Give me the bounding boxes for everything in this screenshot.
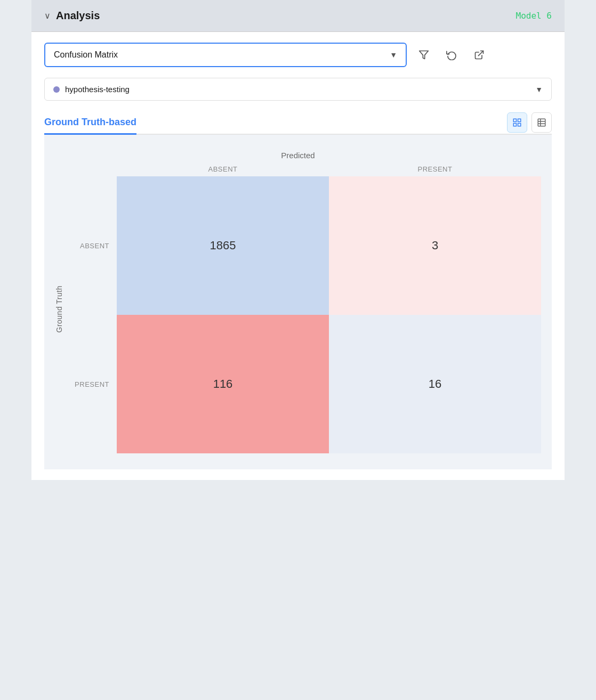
matrix-body: Ground Truth ABSENT PRESENT ABSENT 1865 … <box>55 165 541 453</box>
cell-true-positive: 16 <box>329 315 541 453</box>
cell-false-positive: 3 <box>329 176 541 315</box>
svg-rect-5 <box>518 124 521 126</box>
svg-rect-2 <box>513 119 516 121</box>
dataset-dropdown[interactable]: hypothesis-testing ▼ <box>44 78 552 101</box>
tab-ground-truth[interactable]: Ground Truth-based <box>44 111 136 135</box>
svg-marker-0 <box>420 51 429 59</box>
matrix-container: Predicted Ground Truth ABSENT PRESENT AB… <box>44 135 552 469</box>
dataset-name: hypothesis-testing <box>65 85 130 94</box>
table-icon <box>537 118 546 127</box>
model-label: Model 6 <box>516 11 552 21</box>
grid-icon <box>512 118 522 127</box>
table-view-button[interactable] <box>531 112 552 133</box>
reset-button[interactable] <box>441 44 462 66</box>
matrix-inner: ABSENT PRESENT ABSENT 1865 3 PRESENT <box>69 165 541 453</box>
export-button[interactable] <box>469 44 490 66</box>
header: ∨ Analysis Model 6 <box>31 0 565 32</box>
chart-type-label: Confusion Matrix <box>54 50 118 60</box>
dropdown-row: Confusion Matrix ▼ <box>44 43 552 67</box>
row-label-present: PRESENT <box>69 315 117 453</box>
collapse-icon[interactable]: ∨ <box>44 11 51 21</box>
main-content: Confusion Matrix ▼ <box>31 32 565 480</box>
filter-icon <box>418 50 429 60</box>
matrix-cells-absent: 1865 3 <box>117 176 541 315</box>
dataset-dot <box>53 86 60 93</box>
tab-icons <box>507 112 552 133</box>
cell-true-negative: 1865 <box>117 176 329 315</box>
grid-view-button[interactable] <box>507 112 527 133</box>
svg-rect-4 <box>513 124 516 126</box>
col-header-present: PRESENT <box>329 165 541 176</box>
matrix-row-absent: ABSENT 1865 3 <box>69 176 541 315</box>
svg-line-1 <box>478 51 483 56</box>
ground-truth-label: Ground Truth <box>55 286 63 333</box>
dropdown-arrow-icon: ▼ <box>390 51 397 59</box>
matrix-row-present: PRESENT 116 16 <box>69 315 541 453</box>
predicted-label: Predicted <box>55 151 541 160</box>
page-title: Analysis <box>56 10 100 22</box>
export-icon <box>474 50 485 60</box>
dataset-arrow-icon: ▼ <box>535 85 543 94</box>
cell-false-negative: 116 <box>117 315 329 453</box>
svg-rect-6 <box>538 119 545 126</box>
col-header-absent: ABSENT <box>117 165 329 176</box>
matrix-cells-present: 116 16 <box>117 315 541 453</box>
header-left: ∨ Analysis <box>44 10 100 22</box>
page-container: ∨ Analysis Model 6 Confusion Matrix ▼ <box>31 0 565 700</box>
dataset-row: hypothesis-testing ▼ <box>44 78 552 101</box>
reset-icon <box>446 50 457 60</box>
row-label-absent: ABSENT <box>69 176 117 315</box>
svg-rect-3 <box>518 119 521 121</box>
tabs-row: Ground Truth-based <box>44 111 552 135</box>
chart-type-dropdown[interactable]: Confusion Matrix ▼ <box>44 43 407 67</box>
filter-button[interactable] <box>413 44 434 66</box>
col-headers: ABSENT PRESENT <box>69 165 541 176</box>
